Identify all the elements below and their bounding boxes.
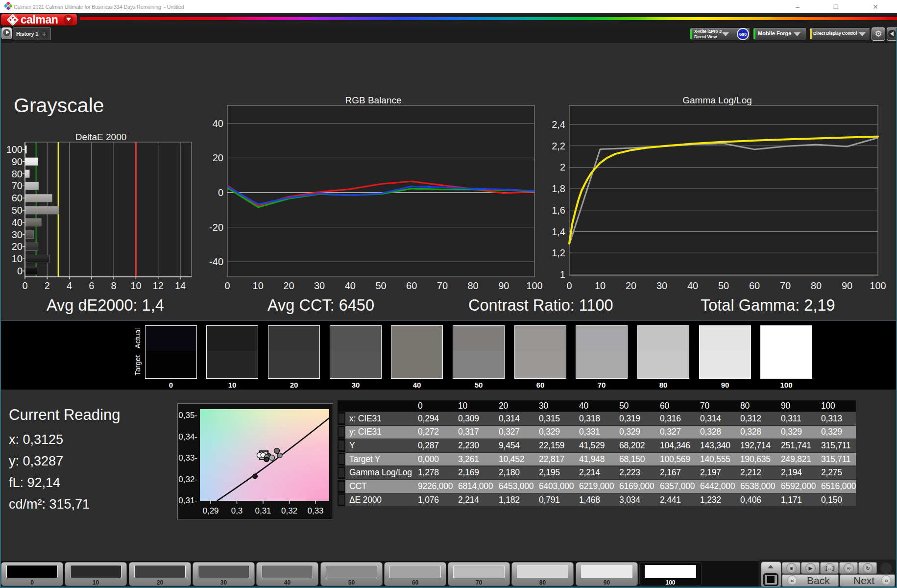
- svg-text:40: 40: [345, 280, 356, 291]
- svg-text:0,31-: 0,31-: [178, 496, 197, 505]
- svg-text:0: 0: [218, 187, 223, 198]
- svg-text:20: 20: [626, 280, 636, 291]
- svg-text:100: 100: [526, 280, 542, 291]
- svg-text:100: 100: [6, 144, 23, 155]
- svg-text:1: 1: [560, 269, 565, 280]
- svg-text:2: 2: [45, 280, 50, 291]
- svg-text:60: 60: [406, 280, 417, 291]
- svg-text:60: 60: [12, 193, 23, 203]
- svg-text:1,6: 1,6: [552, 205, 565, 216]
- svg-text:RGB Balance: RGB Balance: [345, 95, 401, 105]
- svg-text:0,29: 0,29: [202, 506, 218, 515]
- svg-text:0,34-: 0,34-: [178, 432, 197, 441]
- svg-text:80: 80: [811, 280, 822, 291]
- svg-text:0: 0: [17, 266, 23, 276]
- svg-text:0: 0: [566, 280, 572, 291]
- svg-text:0,32-: 0,32-: [178, 475, 197, 484]
- svg-text:50: 50: [375, 280, 386, 291]
- svg-text:90: 90: [498, 280, 509, 291]
- svg-text:50: 50: [718, 280, 729, 291]
- svg-text:90: 90: [12, 156, 23, 167]
- svg-text:14: 14: [175, 280, 186, 291]
- svg-text:30: 30: [314, 280, 325, 291]
- svg-text:0,35-: 0,35-: [178, 411, 197, 420]
- svg-text:20: 20: [12, 241, 23, 252]
- svg-text:20: 20: [283, 280, 294, 291]
- svg-text:0,31: 0,31: [255, 506, 271, 515]
- svg-text:10: 10: [130, 280, 141, 291]
- svg-text:80: 80: [467, 280, 478, 291]
- svg-text:70: 70: [780, 280, 791, 291]
- svg-text:4: 4: [67, 280, 72, 291]
- svg-text:40: 40: [12, 217, 23, 228]
- svg-text:80: 80: [12, 169, 23, 179]
- svg-text:0,32: 0,32: [281, 506, 297, 515]
- svg-text:0,33: 0,33: [307, 506, 323, 515]
- svg-text:100: 100: [870, 280, 886, 291]
- svg-text:70: 70: [12, 180, 23, 191]
- svg-text:2,4: 2,4: [552, 119, 565, 130]
- svg-text:0,3: 0,3: [231, 506, 243, 515]
- svg-text:2: 2: [560, 162, 565, 172]
- svg-text:1,2: 1,2: [552, 247, 565, 258]
- svg-text:10: 10: [253, 280, 264, 291]
- svg-text:40: 40: [687, 280, 698, 291]
- svg-text:-40: -40: [209, 256, 223, 267]
- svg-text:0: 0: [22, 280, 27, 291]
- svg-text:1,4: 1,4: [552, 226, 565, 237]
- svg-text:DeltaE 2000: DeltaE 2000: [75, 132, 127, 142]
- svg-text:2,2: 2,2: [552, 141, 565, 151]
- svg-text:-20: -20: [209, 222, 223, 233]
- svg-text:70: 70: [437, 280, 448, 291]
- svg-text:Gamma Log/Log: Gamma Log/Log: [682, 95, 752, 105]
- svg-text:10: 10: [595, 280, 606, 291]
- svg-text:60: 60: [749, 280, 760, 291]
- svg-text:30: 30: [12, 229, 23, 240]
- svg-text:90: 90: [842, 280, 852, 291]
- svg-text:50: 50: [12, 205, 23, 216]
- svg-text:1,8: 1,8: [552, 183, 565, 194]
- svg-text:0,33-: 0,33-: [178, 453, 197, 463]
- svg-text:40: 40: [213, 118, 223, 129]
- svg-text:20: 20: [213, 152, 223, 163]
- svg-text:10: 10: [12, 253, 23, 264]
- svg-text:8: 8: [111, 280, 117, 291]
- svg-text:30: 30: [656, 280, 667, 291]
- svg-text:12: 12: [153, 280, 164, 291]
- svg-text:0: 0: [224, 280, 230, 291]
- svg-text:6: 6: [89, 280, 94, 291]
